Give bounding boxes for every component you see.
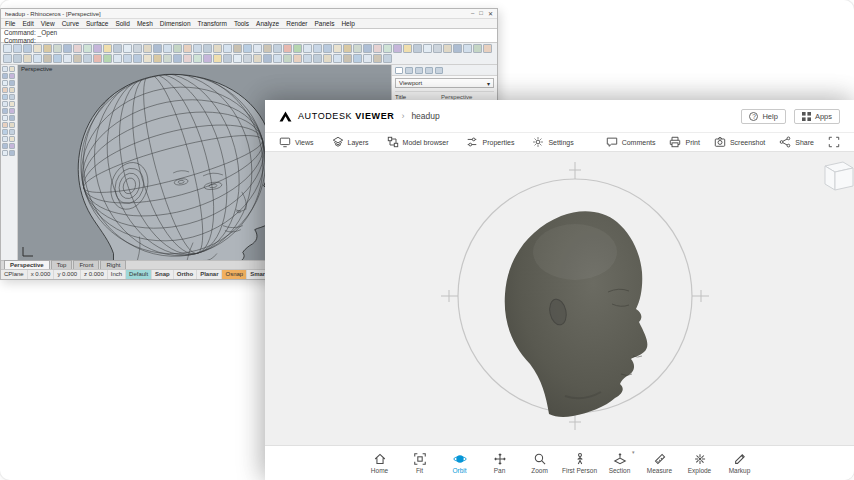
toolbar-icon[interactable] (163, 54, 172, 63)
dock-measure[interactable]: Measure (640, 446, 680, 480)
toolbar-icon[interactable] (53, 54, 62, 63)
toolbar-icon[interactable] (253, 54, 262, 63)
side-tool-icon[interactable] (9, 129, 15, 135)
toolbar-icon[interactable] (13, 44, 22, 53)
dock-pan[interactable]: Pan (480, 446, 520, 480)
layers-tab-icon[interactable] (405, 67, 413, 74)
side-tool-icon[interactable] (9, 136, 15, 142)
toolbar-icon[interactable] (53, 44, 62, 53)
model-browser-button[interactable]: Model browser (387, 136, 449, 148)
viewport-tab-front[interactable]: Front (73, 260, 99, 269)
status-planar[interactable]: Planar (197, 270, 222, 279)
side-tool-icon[interactable] (9, 101, 15, 107)
toolbar-icon[interactable] (353, 44, 362, 53)
fullscreen-button[interactable] (828, 136, 840, 148)
side-tool-icon[interactable] (2, 73, 8, 79)
menu-analyze[interactable]: Analyze (256, 20, 279, 27)
toolbar-icon[interactable] (13, 54, 22, 63)
toolbar-icon[interactable] (343, 44, 352, 53)
side-tool-icon[interactable] (2, 108, 8, 114)
toolbar-icon[interactable] (123, 44, 132, 53)
toolbar-icon[interactable] (243, 44, 252, 53)
toolbar-icon[interactable] (363, 44, 372, 53)
toolbar-icon[interactable] (433, 44, 442, 53)
toolbar-icon[interactable] (163, 44, 172, 53)
toolbar-icon[interactable] (23, 44, 32, 53)
toolbar-icon[interactable] (3, 54, 12, 63)
status-snap[interactable]: Snap (152, 270, 174, 279)
close-button[interactable]: ✕ (488, 10, 493, 17)
toolbar-icon[interactable] (333, 44, 342, 53)
object-type-dropdown[interactable]: Viewport ▾ (395, 78, 494, 88)
status-ortho[interactable]: Ortho (174, 270, 197, 279)
toolbar-icon[interactable] (313, 44, 322, 53)
toolbar-icon[interactable] (273, 44, 282, 53)
menu-tools[interactable]: Tools (234, 20, 249, 27)
layers-button[interactable]: Layers (332, 136, 369, 148)
toolbar-icon[interactable] (43, 54, 52, 63)
toolbar-icon[interactable] (353, 54, 362, 63)
apps-button[interactable]: Apps (794, 109, 840, 124)
dock-explode[interactable]: Explode (680, 446, 720, 480)
side-tool-icon[interactable] (2, 122, 8, 128)
toolbar-icon[interactable] (463, 44, 472, 53)
dock-fit[interactable]: Fit (400, 446, 440, 480)
side-tool-icon[interactable] (2, 150, 8, 156)
toolbar-icon[interactable] (113, 44, 122, 53)
toolbar-icon[interactable] (43, 44, 52, 53)
toolbar-icon[interactable] (243, 54, 252, 63)
side-tool-icon[interactable] (9, 143, 15, 149)
side-tool-icon[interactable] (9, 115, 15, 121)
toolbar-icon[interactable] (383, 54, 392, 63)
toolbar-icon[interactable] (233, 44, 242, 53)
side-tool-icon[interactable] (2, 129, 8, 135)
toolbar-icon[interactable] (143, 54, 152, 63)
side-tool-icon[interactable] (2, 66, 8, 72)
status-y[interactable]: y 0.000 (54, 270, 81, 279)
toolbar-icon[interactable] (333, 54, 342, 63)
toolbar-icon[interactable] (133, 44, 142, 53)
toolbar-icon[interactable] (73, 44, 82, 53)
toolbar-icon[interactable] (113, 54, 122, 63)
side-tool-icon[interactable] (9, 122, 15, 128)
viewport-tab-top[interactable]: Top (51, 260, 73, 269)
menu-view[interactable]: View (41, 20, 55, 27)
toolbar-icon[interactable] (203, 54, 212, 63)
print-button[interactable]: Print (669, 136, 699, 148)
toolbar-icon[interactable] (193, 44, 202, 53)
status-z[interactable]: z 0.000 (81, 270, 108, 279)
toolbar-icon[interactable] (23, 54, 32, 63)
side-tool-icon[interactable] (2, 115, 8, 121)
menu-dimension[interactable]: Dimension (160, 20, 191, 27)
minimize-button[interactable]: – (471, 10, 474, 17)
toolbar-icon[interactable] (3, 44, 12, 53)
side-tool-icon[interactable] (9, 80, 15, 86)
side-tool-icon[interactable] (2, 143, 8, 149)
toolbar-icon[interactable] (273, 54, 282, 63)
toolbar-icon[interactable] (83, 44, 92, 53)
dock-orbit[interactable]: Orbit (440, 446, 480, 480)
toolbar-icon[interactable] (173, 44, 182, 53)
dock-zoom[interactable]: Zoom (520, 446, 560, 480)
status-default[interactable]: Default (126, 270, 152, 279)
toolbar-icon[interactable] (443, 44, 452, 53)
viewport-tab-right[interactable]: Right (100, 260, 126, 269)
share-button[interactable]: Share (779, 136, 814, 148)
display-tab-icon[interactable] (415, 67, 423, 74)
toolbar-icon[interactable] (393, 44, 402, 53)
menu-mesh[interactable]: Mesh (137, 20, 153, 27)
toolbar-icon[interactable] (313, 54, 322, 63)
toolbar-icon[interactable] (403, 44, 412, 53)
toolbar-icon[interactable] (133, 54, 142, 63)
toolbar-icon[interactable] (453, 44, 462, 53)
toolbar-icon[interactable] (323, 44, 332, 53)
side-tool-icon[interactable] (2, 136, 8, 142)
toolbar-icon[interactable] (303, 54, 312, 63)
dock-home[interactable]: Home (360, 446, 400, 480)
status-osnap[interactable]: Osnap (222, 270, 247, 279)
side-tool-icon[interactable] (9, 150, 15, 156)
status-inch[interactable]: Inch (108, 270, 126, 279)
help-tab-icon[interactable] (425, 67, 433, 74)
toolbar-icon[interactable] (153, 44, 162, 53)
toolbar-icon[interactable] (293, 44, 302, 53)
